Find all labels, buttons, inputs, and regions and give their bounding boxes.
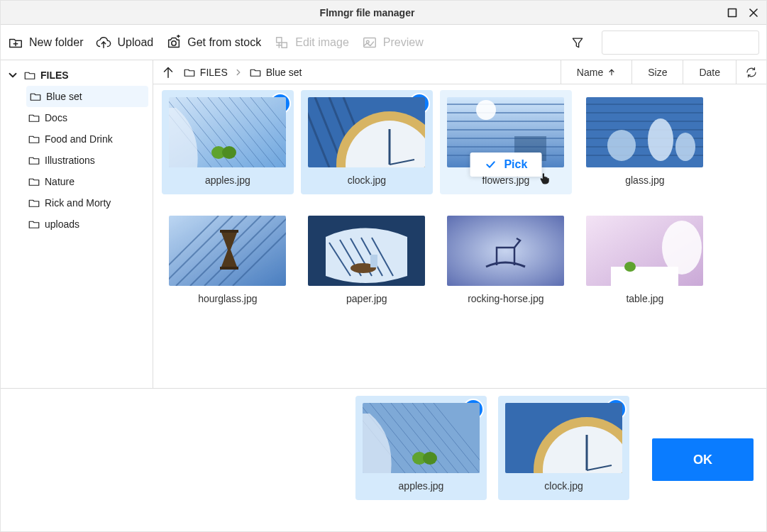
- file-name: apples.jpg: [363, 480, 480, 492]
- folder-icon: [28, 196, 40, 209]
- svg-rect-79: [370, 255, 377, 267]
- file-tile-hourglass[interactable]: hourglass.jpg: [162, 209, 294, 313]
- upload-label: Upload: [117, 36, 153, 49]
- svg-point-82: [662, 221, 702, 275]
- refresh-icon: [745, 66, 758, 79]
- file-thumbnail: [586, 216, 703, 286]
- svg-point-6: [172, 40, 176, 45]
- filter-icon[interactable]: [570, 35, 585, 50]
- file-tile-table[interactable]: table.jpg: [579, 209, 711, 313]
- get-from-stock-button[interactable]: Get from stock: [166, 35, 261, 50]
- svg-point-59: [607, 130, 636, 161]
- file-tile-apples[interactable]: apples.jpg: [162, 90, 294, 194]
- new-folder-button[interactable]: New folder: [8, 35, 83, 50]
- check-icon: [484, 158, 497, 171]
- svg-point-61: [675, 133, 695, 161]
- file-name: apples.jpg: [169, 174, 287, 186]
- tree-item-docs[interactable]: Docs: [22, 107, 153, 128]
- file-thumbnail: [308, 216, 425, 286]
- file-tile-glass[interactable]: glass.jpg: [579, 90, 711, 194]
- sort-date-button[interactable]: Date: [683, 60, 736, 84]
- camera-plus-icon: [166, 35, 182, 50]
- file-name: clock.jpg: [505, 480, 622, 492]
- tree-item-illustrations[interactable]: Illustrations: [22, 150, 153, 171]
- file-thumbnail: [363, 403, 480, 473]
- file-thumbnail: [169, 216, 286, 286]
- folder-icon: [28, 133, 40, 145]
- svg-rect-0: [729, 9, 736, 16]
- preview-icon: [362, 35, 377, 50]
- refresh-button[interactable]: [736, 60, 766, 84]
- tree-item-nature[interactable]: Nature: [22, 171, 153, 192]
- file-thumbnail: [447, 216, 564, 286]
- svg-rect-80: [447, 216, 564, 286]
- file-tile-rocking-horse[interactable]: rocking-horse.jpg: [440, 209, 572, 313]
- breadcrumb: FILES Blue set: [183, 66, 553, 79]
- tree-item-food-and-drink[interactable]: Food and Drink: [22, 128, 153, 150]
- sort-label: Name: [577, 67, 603, 78]
- file-thumbnail: [169, 97, 286, 167]
- window-maximize-icon[interactable]: [727, 7, 738, 18]
- file-tile-flowers[interactable]: flowers.jpg Pick: [440, 90, 572, 194]
- pick-label: Pick: [504, 158, 527, 171]
- tree-item-uploads[interactable]: uploads: [22, 214, 153, 235]
- tray-tile-apples[interactable]: apples.jpg: [355, 396, 487, 500]
- sort-label: Date: [699, 67, 720, 78]
- sort-size-button[interactable]: Size: [631, 60, 683, 84]
- tree-item-blue-set[interactable]: Blue set: [26, 86, 148, 107]
- folder-icon: [23, 69, 36, 82]
- file-name: hourglass.jpg: [169, 293, 287, 304]
- breadcrumb-bar: FILES Blue set Name Size: [153, 60, 766, 84]
- file-tile-paper[interactable]: paper.jpg: [301, 209, 433, 313]
- folder-tree: FILES Blue set Docs Food and Drink Illus…: [1, 60, 153, 388]
- folder-icon: [28, 154, 40, 167]
- file-name: table.jpg: [586, 293, 704, 304]
- new-folder-label: New folder: [29, 36, 83, 49]
- ok-button[interactable]: OK: [652, 438, 754, 481]
- breadcrumb-item-blue-set[interactable]: Blue set: [249, 66, 302, 79]
- folder-icon: [29, 90, 42, 103]
- arrow-up-icon: [607, 68, 616, 77]
- tree-item-label: Docs: [45, 112, 67, 123]
- pick-button[interactable]: Pick: [470, 153, 541, 177]
- get-from-stock-label: Get from stock: [187, 36, 261, 49]
- tree-item-rick-and-morty[interactable]: Rick and Morty: [22, 192, 153, 214]
- search-input[interactable]: [602, 31, 759, 55]
- svg-point-96: [423, 452, 437, 465]
- svg-rect-71: [220, 267, 238, 270]
- tree-item-label: Nature: [45, 176, 75, 187]
- preview-button: Preview: [362, 35, 424, 50]
- folder-icon: [249, 66, 262, 79]
- sort-name-button[interactable]: Name: [561, 60, 631, 84]
- folder-icon: [28, 175, 40, 188]
- go-up-button[interactable]: [160, 65, 176, 80]
- preview-label: Preview: [383, 36, 424, 49]
- tray-tile-clock[interactable]: clock.jpg: [498, 396, 629, 500]
- upload-button[interactable]: Upload: [96, 35, 153, 50]
- tree-item-label: Blue set: [46, 91, 82, 102]
- svg-rect-83: [611, 267, 678, 286]
- svg-rect-70: [220, 230, 238, 233]
- file-thumbnail: [505, 403, 622, 473]
- window-close-icon[interactable]: [748, 7, 759, 18]
- breadcrumb-item-files[interactable]: FILES: [183, 66, 228, 79]
- folder-icon: [28, 218, 40, 231]
- folder-icon: [183, 66, 196, 79]
- new-folder-icon: [8, 35, 23, 50]
- edit-image-icon: [274, 35, 289, 50]
- file-thumbnail: [308, 97, 425, 167]
- breadcrumb-label: Blue set: [266, 67, 302, 78]
- svg-point-84: [624, 262, 636, 272]
- file-thumbnail: [586, 97, 703, 167]
- file-name: clock.jpg: [308, 174, 426, 186]
- tree-root[interactable]: FILES: [1, 65, 153, 86]
- folder-icon: [28, 111, 40, 124]
- chevron-right-icon: [233, 67, 243, 77]
- tree-item-label: Illustrations: [45, 155, 95, 166]
- edit-image-label: Edit image: [295, 36, 349, 49]
- file-name: glass.jpg: [586, 174, 704, 186]
- main-toolbar: New folder Upload Get from stock Edit im…: [1, 25, 766, 60]
- sort-label: Size: [648, 67, 667, 78]
- upload-icon: [96, 35, 111, 50]
- file-tile-clock[interactable]: clock.jpg: [301, 90, 433, 194]
